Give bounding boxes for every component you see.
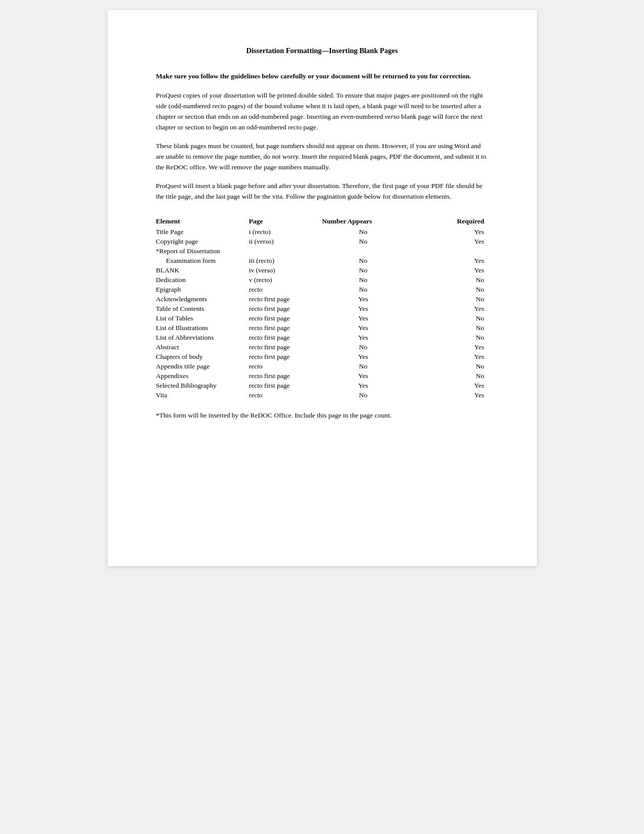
table-cell-element: Acknowledgments [156,295,249,304]
table-cell-element: Dedication [156,275,249,285]
paragraph-1: ProQuest copies of your dissertation wil… [156,90,488,133]
table-cell-required: No [409,314,488,323]
table-cell-page: recto [249,362,322,372]
table-row: Abstractrecto first pageNoYes [156,343,488,352]
table-row: BLANKiv (verso)NoYes [156,266,488,275]
table-cell-number-appears: No [322,285,408,295]
table-cell-page: recto first page [249,304,322,314]
table-cell-element: Selected Bibliography [156,381,249,391]
table-cell-element: BLANK [156,266,249,275]
table-row: Chapters of bodyrecto first pageYesYes [156,352,488,362]
table-cell-required: No [409,323,488,333]
table-cell-page: ii (verso) [249,237,322,247]
table-row: Examination formiii (recto)NoYes [156,256,488,266]
col-header-number-appears: Number Appears [322,216,408,227]
table-cell-page: recto first page [249,372,322,381]
table-cell-page: recto first page [249,323,322,333]
table-cell-number-appears: Yes [322,314,408,323]
table-cell-element: Table of Contents [156,304,249,314]
col-header-page: Page [249,216,322,227]
table-row: List of Tablesrecto first pageYesNo [156,314,488,323]
table-cell-page: recto first page [249,333,322,343]
table-cell-number-appears: No [322,275,408,285]
table-cell-required: Yes [409,227,488,237]
table-cell-number-appears: No [322,362,408,372]
footnote-text: *This form will be inserted by the ReDOC… [156,410,488,421]
table-row: Selected Bibliographyrecto first pageYes… [156,381,488,391]
table-cell-page: recto [249,391,322,400]
table-cell-number-appears: No [322,391,408,400]
table-row: *Report of Dissertation [156,247,488,256]
table-row: Copyright pageii (verso)NoYes [156,237,488,247]
table-cell-number-appears: No [322,256,408,266]
table-cell-number-appears: Yes [322,381,408,391]
table-cell-number-appears: No [322,237,408,247]
table-row: Title Pagei (recto)NoYes [156,227,488,237]
table-cell-page: recto first page [249,381,322,391]
table-cell-element: Appendixes [156,372,249,381]
table-cell-required: Yes [409,304,488,314]
table-row: EpigraphrectoNoNo [156,285,488,295]
paragraph-2: These blank pages must be counted, but p… [156,141,488,173]
page-container: Dissertation Formatting—Inserting Blank … [108,10,537,566]
table-cell-page: iv (verso) [249,266,322,275]
table-row: Table of Contentsrecto first pageYesYes [156,304,488,314]
col-header-element: Element [156,216,249,227]
table-cell-required: Yes [409,381,488,391]
table-cell-number-appears: Yes [322,333,408,343]
table-cell-number-appears: No [322,227,408,237]
table-cell-element: Examination form [156,256,249,266]
table-cell-required: No [409,362,488,372]
table-cell-number-appears: Yes [322,295,408,304]
table-cell-required: Yes [409,256,488,266]
table-cell-element: Copyright page [156,237,249,247]
table-cell-number-appears: Yes [322,352,408,362]
table-cell-page: iii (recto) [249,256,322,266]
table-cell-required: No [409,372,488,381]
warning-text: Make sure you follow the guidelines belo… [156,71,488,81]
table-cell-required: Yes [409,391,488,400]
table-cell-element: List of Illustrations [156,323,249,333]
table-cell-element: Appendix title page [156,362,249,372]
table-cell-page: i (recto) [249,227,322,237]
table-cell-required: No [409,295,488,304]
table-cell-element: *Report of Dissertation [156,247,249,256]
col-header-required: Required [409,216,488,227]
table-row: Appendixesrecto first pageYesNo [156,372,488,381]
table-cell-required [409,247,488,256]
table-cell-page: recto first page [249,314,322,323]
table-cell-element: List of Abbreviations [156,333,249,343]
table-row: Appendix title pagerectoNoNo [156,362,488,372]
table-cell-required: Yes [409,266,488,275]
table-cell-required: No [409,275,488,285]
table-cell-page: recto [249,285,322,295]
table-cell-required: No [409,285,488,295]
table-cell-page: recto first page [249,343,322,352]
table-cell-number-appears: No [322,343,408,352]
table-cell-element: Title Page [156,227,249,237]
pagination-table: Element Page Number Appears Required Tit… [156,216,488,400]
table-row: Dedicationv (recto)NoNo [156,275,488,285]
table-row: List of Abbreviationsrecto first pageYes… [156,333,488,343]
paragraph-3: ProQuest will insert a blank page before… [156,181,488,202]
table-cell-required: Yes [409,237,488,247]
table-cell-page [249,247,322,256]
table-cell-element: Abstract [156,343,249,352]
table-cell-number-appears: Yes [322,372,408,381]
table-cell-required: Yes [409,343,488,352]
pagination-table-section: Element Page Number Appears Required Tit… [156,216,488,400]
table-cell-page: recto first page [249,295,322,304]
table-cell-number-appears [322,247,408,256]
table-cell-element: Vita [156,391,249,400]
table-cell-number-appears: Yes [322,323,408,333]
table-cell-element: Epigraph [156,285,249,295]
table-row: List of Illustrationsrecto first pageYes… [156,323,488,333]
table-cell-required: No [409,333,488,343]
table-cell-number-appears: Yes [322,304,408,314]
table-cell-page: v (recto) [249,275,322,285]
table-row: Acknowledgmentsrecto first pageYesNo [156,295,488,304]
table-row: VitarectoNoYes [156,391,488,400]
table-cell-number-appears: No [322,266,408,275]
table-cell-element: Chapters of body [156,352,249,362]
table-cell-required: Yes [409,352,488,362]
